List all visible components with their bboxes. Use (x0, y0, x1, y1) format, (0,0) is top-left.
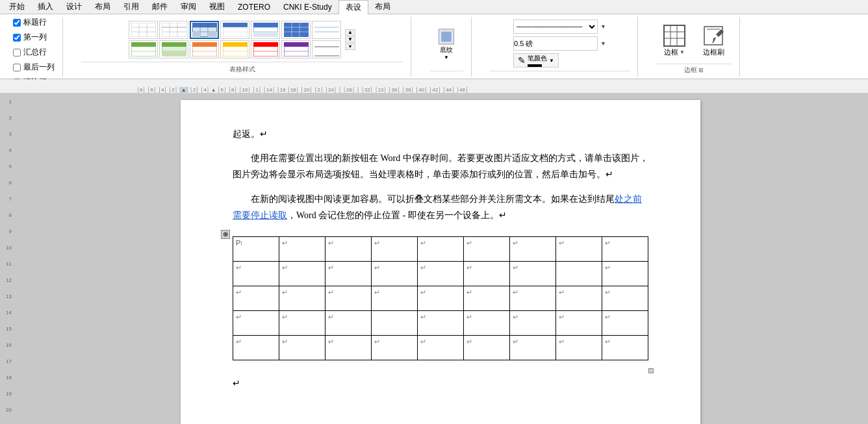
last-col-checkbox-item[interactable]: 最后一列 (13, 62, 55, 73)
table-cell-4-4[interactable] (372, 310, 418, 335)
table-cell-3-5[interactable]: ↵ (418, 286, 464, 310)
table-style-plain[interactable] (129, 21, 158, 39)
border-settings-icon[interactable]: ⊞ (698, 67, 704, 73)
header-row-checkbox[interactable] (13, 19, 21, 27)
border-button-arrow[interactable]: ▼ (680, 49, 685, 55)
table-cell-1-1[interactable]: PI (233, 236, 279, 261)
first-col-checkbox-item[interactable]: 第一列 (13, 32, 55, 43)
total-row-checkbox[interactable] (13, 49, 21, 56)
tab-table-layout[interactable]: 布局 (368, 0, 397, 14)
table-cell-5-3[interactable]: ↵ (326, 335, 372, 360)
pen-color-button[interactable]: ✎ 笔颜色 ▼ (513, 53, 559, 68)
table-resize-handle[interactable] (648, 368, 654, 373)
table-style-5[interactable] (251, 21, 280, 39)
table-cell-2-6[interactable]: ↵ (464, 261, 510, 286)
paragraph-2[interactable]: 在新的阅读视图中阅读更加容易。可以折叠文档某些部分并关注所需文本。如果在达到结尾… (233, 191, 648, 223)
pen-color-dropdown-arrow[interactable]: ▼ (549, 58, 554, 64)
table-style-9[interactable] (159, 40, 188, 58)
table-cell-1-8[interactable]: ↵ (556, 236, 602, 261)
table-cell-3-1[interactable]: ↵ (233, 286, 279, 310)
thickness-input[interactable] (513, 36, 598, 51)
style-scroll-up[interactable]: ▲ (345, 29, 355, 36)
border-brush-button[interactable]: 边框刷 (695, 17, 732, 64)
first-col-checkbox[interactable] (13, 34, 21, 42)
table-cell-3-6[interactable]: ↵ (464, 286, 510, 310)
table-cell-1-7[interactable]: ↵ (510, 236, 556, 261)
table-cell-4-7[interactable]: ↵ (510, 310, 556, 335)
table-cell-5-9[interactable]: ↵ (602, 335, 648, 360)
table-cell-1-6[interactable]: ↵ (464, 236, 510, 261)
tab-layout[interactable]: 布局 (88, 0, 117, 14)
tab-cnki[interactable]: CNKI E-Study (277, 0, 338, 14)
table-style-3-selected[interactable] (190, 21, 219, 39)
shading-dropdown-arrow[interactable]: ▼ (444, 55, 449, 60)
border-button[interactable]: 边框 ▼ (656, 17, 693, 64)
table-cell-2-1[interactable]: ↵ (233, 261, 279, 286)
total-row-checkbox-item[interactable]: 汇总行 (13, 47, 55, 58)
table-cell-3-3[interactable]: ↵ (326, 286, 372, 310)
table-cell-4-6[interactable]: ↵ (464, 310, 510, 335)
table-style-2[interactable] (159, 21, 188, 39)
last-col-checkbox[interactable] (13, 64, 21, 71)
table-cell-5-8[interactable]: ↵ (556, 335, 602, 360)
table-style-10[interactable] (190, 40, 219, 58)
table-cell-1-9[interactable]: ↵ (602, 236, 648, 261)
table-style-14[interactable] (312, 40, 341, 58)
style-scroll-more[interactable]: ▾ (345, 44, 355, 50)
table-cell-2-2[interactable]: ↵ (279, 261, 326, 286)
border-style-select[interactable]: ───────────── (513, 19, 598, 34)
table-cell-4-2[interactable]: ↵ (279, 310, 326, 335)
tab-table-design[interactable]: 表设 (338, 0, 368, 14)
table-cell-1-5[interactable]: ↵ (418, 236, 464, 261)
document-page[interactable]: 起返。↵ 使用在需要位置出现的新按钮在 Word 中保存时间。若要更改图片适应文… (181, 100, 700, 424)
table-cell-4-5[interactable]: ↵ (418, 310, 464, 335)
table-cell-5-7[interactable]: ↵ (510, 335, 556, 360)
document-table[interactable]: PI ↵ ↵ ↵ ↵ ↵ ↵ ↵ ↵ ↵ ↵ ↵ (233, 236, 648, 360)
tab-home[interactable]: 开始 (3, 0, 31, 14)
tab-view[interactable]: 视图 (203, 0, 231, 14)
table-cell-3-4[interactable]: ↵ (372, 286, 418, 310)
table-cell-3-8[interactable]: ↵ (556, 286, 602, 310)
table-style-8[interactable] (129, 40, 158, 58)
table-cell-5-1[interactable]: ↵ (233, 335, 279, 360)
table-cell-2-5[interactable]: ↵ (418, 261, 464, 286)
table-cell-5-6[interactable]: ↵ (464, 335, 510, 360)
table-style-11[interactable] (220, 40, 249, 58)
table-move-handle[interactable]: ⊕ (221, 230, 230, 239)
table-cell-2-4[interactable]: ↵ (372, 261, 418, 286)
table-cell-2-8[interactable] (556, 261, 602, 286)
shading-button[interactable]: 底纹 ▼ (429, 27, 463, 61)
table-cell-2-7[interactable]: ↵ (510, 261, 556, 286)
table-cell-4-8[interactable]: ↵ (556, 310, 602, 335)
table-cell-3-9[interactable]: ↵ (602, 286, 648, 310)
table-cell-2-9[interactable]: ↵ (602, 261, 648, 286)
header-row-checkbox-item[interactable]: 标题行 (13, 17, 55, 28)
table-cell-3-2[interactable]: ↵ (279, 286, 326, 310)
table-cell-5-5[interactable]: ↵ (418, 335, 464, 360)
table-cell-5-2[interactable]: ↵ (279, 335, 326, 360)
table-cell-4-1[interactable]: ↵ (233, 310, 279, 335)
table-style-12[interactable] (251, 40, 280, 58)
table-style-6[interactable] (281, 21, 311, 39)
paragraph-0[interactable]: 起返。↵ (233, 126, 648, 142)
table-style-4[interactable] (220, 21, 249, 39)
table-cell-1-3[interactable]: ↵ (326, 236, 372, 261)
table-cell-2-3[interactable]: ↵ (326, 261, 372, 286)
table-cell-5-4[interactable]: ↵ (372, 335, 418, 360)
table-cell-3-7[interactable]: ↵ (510, 286, 556, 310)
table-style-7[interactable] (312, 21, 341, 39)
tab-design[interactable]: 设计 (60, 0, 88, 14)
paragraph-after-table[interactable]: ↵ (233, 375, 648, 392)
style-scroll-down[interactable]: ▼ (345, 36, 355, 43)
paragraph-1[interactable]: 使用在需要位置出现的新按钮在 Word 中保存时间。若要更改图片适应文档的方式，… (233, 150, 648, 182)
tab-mail[interactable]: 邮件 (146, 0, 174, 14)
table-cell-1-4[interactable]: ↵ (372, 236, 418, 261)
tab-insert[interactable]: 插入 (31, 0, 60, 14)
table-cell-1-2[interactable]: ↵ (279, 236, 326, 261)
style-scroll-controls[interactable]: ▲ ▼ ▾ (345, 29, 355, 50)
table-cell-4-9[interactable]: ↵ (602, 310, 648, 335)
tab-zotero[interactable]: ZOTERO (231, 0, 277, 14)
document-scroll-area[interactable]: 起返。↵ 使用在需要位置出现的新按钮在 Word 中保存时间。若要更改图片适应文… (13, 94, 868, 424)
table-style-13[interactable] (281, 40, 311, 58)
table-cell-4-3[interactable]: ↵ (326, 310, 372, 335)
